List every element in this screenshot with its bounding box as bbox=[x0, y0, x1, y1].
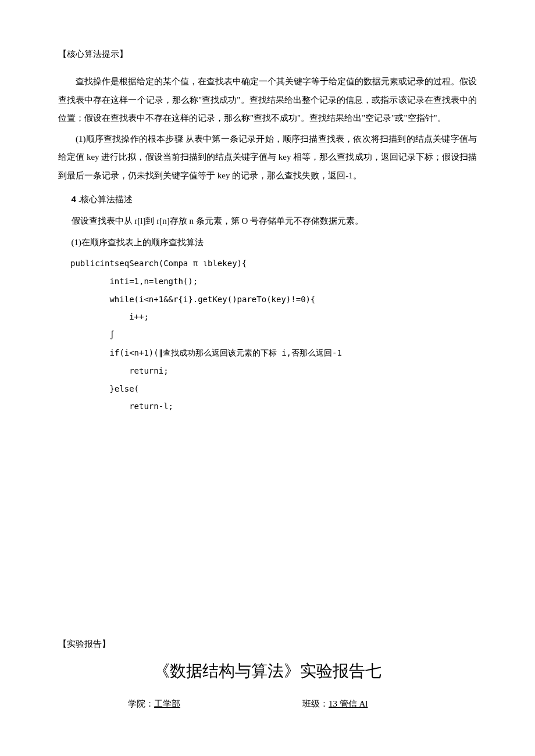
college-field: 学院：工学部 bbox=[128, 696, 302, 712]
core-algo-heading: 4 .核心算法描述 bbox=[58, 189, 477, 209]
vertical-gap bbox=[58, 415, 477, 636]
report-title: 《数据结构与算法》实验报告七 bbox=[58, 660, 477, 682]
college-value: 工学部 bbox=[154, 696, 180, 712]
code-line: }else( bbox=[70, 380, 477, 398]
class-value: 13 管信 Al bbox=[329, 696, 368, 712]
info-row: 学院：工学部 班级：13 管信 Al bbox=[58, 696, 477, 712]
assumption-text: 假设查找表中从 r[l]到 r[n]存放 n 条元素，第 O 号存储单元不存储数… bbox=[58, 212, 477, 231]
paragraph-2: (1)顺序查找操作的根本步骤 从表中第一条记录开始，顺序扫描查找表，依次将扫描到… bbox=[58, 130, 477, 185]
heading-number: 4 bbox=[72, 194, 76, 204]
code-line: publicintseqSearch(Compa π ιblekey){ bbox=[70, 255, 477, 273]
subitem-1: (1)在顺序查找表上的顺序查找算法 bbox=[58, 233, 477, 252]
college-label: 学院： bbox=[128, 696, 154, 712]
code-line: returni; bbox=[70, 362, 477, 380]
heading-text: .核心算法描述 bbox=[76, 195, 133, 204]
code-line: while(i<n+1&&r{i}.getKey()pareTo(key)!=0… bbox=[70, 291, 477, 309]
code-line: return-l; bbox=[70, 397, 477, 415]
code-line: ∫ bbox=[70, 326, 477, 344]
code-line: inti=1,n=length(); bbox=[70, 273, 477, 291]
code-line: if(i<n+1)(∥查找成功那么返回该元素的下标 i,否那么返回-1 bbox=[70, 344, 477, 362]
core-hint-heading: 【核心算法提示】 bbox=[58, 46, 477, 62]
code-block: publicintseqSearch(Compa π ιblekey){ int… bbox=[70, 255, 477, 415]
class-label: 班级： bbox=[302, 696, 329, 712]
paragraph-1: 查找操作是根据给定的某个值，在查找表中确定一个其关键字等于给定值的数据元素或记录… bbox=[58, 73, 477, 128]
class-field: 班级：13 管信 Al bbox=[302, 696, 368, 712]
report-heading: 【实验报告】 bbox=[58, 636, 477, 652]
code-line: i++; bbox=[70, 308, 477, 326]
